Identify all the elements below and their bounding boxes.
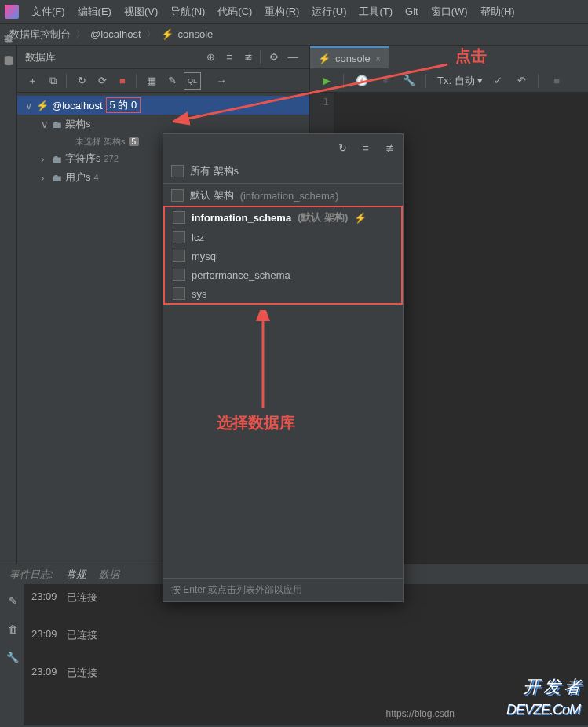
panel-header: 数据库 ⊕ ≡ ≢ ⚙ — — [17, 46, 309, 69]
count-label: 4 — [94, 173, 99, 182]
node-label: 用户s — [65, 170, 91, 184]
checkbox[interactable] — [173, 231, 185, 243]
app-logo — [5, 5, 19, 19]
menu-help[interactable]: 帮助(H) — [474, 2, 521, 22]
item-hint: (information_schema) — [240, 190, 339, 202]
popup-footer: 按 Enter 或点击列表外部以应用 — [163, 578, 403, 601]
collapse-icon[interactable]: ≢ — [381, 139, 398, 156]
gear-icon[interactable]: ⚙ — [265, 49, 283, 66]
menu-navigate[interactable]: 导航(N) — [164, 2, 211, 22]
hint-label: 未选择 架构s — [75, 136, 126, 148]
edit-icon[interactable]: ✎ — [4, 592, 21, 609]
menu-tools[interactable]: 工具(T) — [352, 2, 399, 22]
node-label: 字符序s — [65, 152, 101, 166]
log-entries: 23:09 已连接 23:09 已连接 23:09 已连接 — [24, 584, 588, 725]
checkbox[interactable] — [173, 211, 185, 224]
database-icon: ⚡ — [36, 100, 49, 111]
stop-icon[interactable]: ■ — [548, 72, 565, 90]
menu-window[interactable]: 窗口(W) — [425, 2, 474, 22]
minimize-icon[interactable]: — — [284, 49, 301, 66]
tree-node-localhost[interactable]: ∨ ⚡ @localhost 5 的 0 — [17, 96, 309, 115]
breadcrumb-item[interactable]: @localhost — [90, 28, 141, 40]
log-toolbar: ✎ 🗑 🔧 — [0, 584, 24, 725]
log-text: 已连接 — [67, 666, 97, 680]
refresh-icon[interactable]: ↻ — [334, 139, 351, 156]
checkbox[interactable] — [173, 250, 185, 262]
schema-selector-popup: ↻ ≡ ≢ 所有 架构s 默认 架构 (information_schema) … — [163, 133, 404, 602]
popup-item-all[interactable]: 所有 架构s — [163, 161, 403, 181]
breadcrumb-item[interactable]: 数据库控制台 — [9, 27, 71, 42]
popup-item-schema[interactable]: mysql — [165, 247, 401, 265]
collapse-icon[interactable]: ≢ — [239, 49, 257, 66]
panel-title: 数据库 — [25, 50, 200, 64]
log-time: 23:09 — [31, 628, 57, 642]
checkbox[interactable] — [173, 269, 185, 281]
popup-item-schema[interactable]: lcz — [165, 228, 401, 247]
log-entry: 23:09 已连接 — [31, 666, 580, 680]
menu-edit[interactable]: 编辑(E) — [71, 2, 118, 22]
editor-tab-console[interactable]: ⚡ console × — [310, 46, 389, 68]
log-time: 23:09 — [31, 590, 57, 605]
copy-icon[interactable]: ⧉ — [44, 72, 61, 90]
edit-icon[interactable]: ✎ — [163, 72, 181, 90]
menu-view[interactable]: 视图(V) — [118, 2, 164, 22]
popup-item-schema[interactable]: performance_schema — [165, 265, 401, 284]
folder-icon: 🖿 — [52, 153, 62, 165]
popup-item-default[interactable]: 默认 架构 (information_schema) — [163, 185, 403, 206]
popup-item-schema[interactable]: sys — [165, 284, 401, 303]
node-label: 架构s — [65, 117, 91, 131]
item-label: lcz — [192, 232, 204, 243]
add-icon[interactable]: ＋ — [24, 72, 41, 90]
expand-icon[interactable]: ≡ — [221, 49, 238, 66]
checkbox[interactable] — [173, 287, 185, 300]
target-icon[interactable]: ⊕ — [202, 49, 219, 66]
count-badge: 5 — [129, 137, 140, 146]
menu-code[interactable]: 代码(C) — [211, 2, 258, 22]
breadcrumb-separator: 〉 — [75, 27, 86, 42]
log-area: ✎ 🗑 🔧 23:09 已连接 23:09 已连接 23:09 已连接 — [0, 584, 588, 725]
item-label: 默认 架构 — [190, 188, 234, 203]
table-icon[interactable]: ▦ — [143, 72, 160, 90]
tab-data[interactable]: 数据 — [99, 568, 119, 582]
run-icon[interactable]: ▶ — [318, 72, 335, 90]
close-icon[interactable]: × — [375, 53, 382, 64]
ql-icon[interactable]: QL — [184, 72, 201, 90]
event-log-label: 事件日志: — [9, 568, 53, 582]
stop-icon[interactable]: ■ — [114, 72, 131, 90]
menubar: 文件(F) 编辑(E) 视图(V) 导航(N) 代码(C) 重构(R) 运行(U… — [0, 0, 588, 24]
refresh-icon[interactable]: ↻ — [73, 72, 90, 90]
popup-item-schema[interactable]: information_schema (默认 架构) ⚡ — [165, 207, 401, 228]
menu-run[interactable]: 运行(U) — [305, 2, 352, 22]
chevron-down-icon: ∨ — [41, 119, 49, 130]
lightning-icon: ⚡ — [354, 212, 367, 224]
menu-file[interactable]: 文件(F) — [25, 2, 71, 22]
watermark-logo: 开 发 者 DEVZE.CoM — [506, 675, 580, 719]
tree-node-schemas[interactable]: ∨ 🖿 架构s — [17, 115, 309, 133]
trash-icon[interactable]: 🗑 — [4, 620, 21, 637]
expand-icon[interactable]: ≡ — [357, 139, 374, 156]
wrench-icon[interactable]: 🔧 — [4, 648, 21, 666]
menu-git[interactable]: Git — [399, 2, 425, 20]
tab-general[interactable]: 常规 — [66, 568, 86, 582]
checkbox[interactable] — [171, 189, 184, 202]
checkbox[interactable] — [171, 165, 184, 177]
breadcrumb-item[interactable]: console — [178, 28, 214, 40]
sync-icon[interactable]: ⟳ — [93, 72, 111, 90]
clock-icon[interactable]: 🕘 — [353, 72, 371, 90]
database-icon — [3, 55, 14, 66]
tx-dropdown[interactable]: Tx: 自动 ▾ — [437, 74, 483, 88]
rollback-icon[interactable]: ↶ — [513, 72, 530, 90]
chevron-right-icon: › — [41, 153, 49, 165]
breadcrumb-separator: 〉 — [146, 27, 156, 42]
log-text: 已连接 — [67, 590, 97, 605]
menu-refactor[interactable]: 重构(R) — [258, 2, 305, 22]
console-icon: ⚡ — [161, 28, 173, 40]
commit-icon[interactable]: ✓ — [489, 72, 506, 90]
circle-icon[interactable]: ● — [377, 72, 394, 90]
go-icon[interactable]: → — [213, 72, 230, 90]
wrench-icon[interactable]: 🔧 — [400, 72, 418, 90]
chevron-down-icon: ▾ — [477, 75, 483, 86]
log-text: 已连接 — [67, 628, 97, 642]
item-label: performance_schema — [192, 269, 290, 281]
log-entry: 23:09 已连接 — [31, 628, 580, 642]
